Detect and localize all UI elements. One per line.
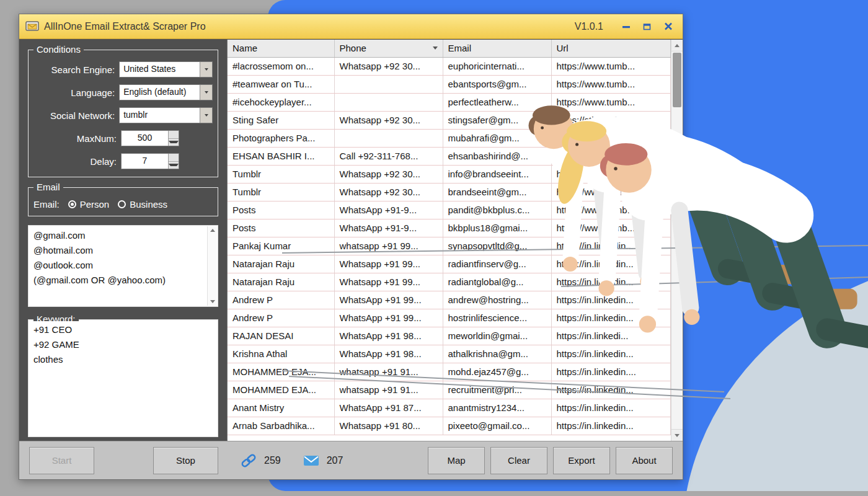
- email-type-row: Email: Person Business: [33, 199, 213, 210]
- table-cell: euphoricinternati...: [443, 57, 551, 75]
- social-network-value: tumblr: [120, 108, 200, 123]
- search-engine-select[interactable]: United States: [119, 61, 213, 78]
- table-row[interactable]: Pankaj Kumarwhatsapp +91 99...synapsopvt…: [228, 237, 671, 255]
- table-row[interactable]: Andrew PWhatsApp +91 99...hostrinlifesci…: [228, 309, 671, 327]
- scrollbar-up-button[interactable]: [671, 40, 683, 51]
- table-cell: WhatsApp +91 87...: [334, 399, 443, 417]
- social-network-select[interactable]: tumblr: [119, 107, 213, 123]
- table-cell: Posts: [228, 219, 334, 237]
- language-dropdown-button[interactable]: [200, 85, 212, 100]
- table-cell: whatsapp +91 91...: [334, 363, 443, 381]
- table-cell: Whatsapp +91 80...: [334, 417, 443, 435]
- close-button[interactable]: [660, 20, 676, 33]
- table-cell: https://www.tumb...: [551, 219, 671, 237]
- table-cell: ehsanbashirind@...: [443, 147, 551, 165]
- right-button-group: Map Clear Export About: [422, 447, 673, 474]
- email-patterns-scrollbar[interactable]: [207, 226, 217, 306]
- column-header-name[interactable]: Name: [228, 40, 334, 57]
- table-row[interactable]: EHSAN BASHIR I...Call +92-311-768...ehsa…: [228, 147, 671, 165]
- table-cell: https://www.tumb...: [551, 93, 671, 111]
- scroll-down-icon: [675, 434, 680, 437]
- table-cell: https://in.linkedin....: [551, 363, 671, 381]
- export-button[interactable]: Export: [553, 447, 610, 474]
- table-row[interactable]: Arnab Sarbadhika...Whatsapp +91 80...pix…: [228, 417, 671, 435]
- about-button[interactable]: About: [616, 447, 673, 474]
- table-cell: https://in.linkedi...: [551, 327, 671, 345]
- table-cell: #icehockeyplayer...: [228, 93, 334, 111]
- maximize-button[interactable]: [639, 20, 655, 33]
- table-row[interactable]: Anant MistryWhatsApp +91 87...anantmistr…: [228, 399, 671, 417]
- table-cell: https://in.linkedin...: [551, 291, 671, 309]
- minimize-button[interactable]: [618, 20, 634, 33]
- person-radio[interactable]: [68, 200, 76, 208]
- maxnum-down-button[interactable]: [169, 139, 179, 146]
- table-cell: WhatsApp +91 99...: [334, 291, 443, 309]
- social-network-dropdown-button[interactable]: [200, 108, 212, 123]
- maxnum-up-button[interactable]: [169, 131, 179, 139]
- social-network-row: Social Network: tumblr: [33, 107, 213, 123]
- table-cell: MOHAMMED EJA...: [228, 363, 334, 381]
- phone-filter-icon[interactable]: [433, 46, 438, 50]
- email-patterns-input[interactable]: @gmail.com @hotmail.com @outlook.com (@g…: [30, 227, 206, 305]
- table-row[interactable]: #teamwear on Tu...ebantsports@gm...https…: [228, 75, 671, 93]
- table-cell: synapsopvtltd@g...: [443, 237, 551, 255]
- table-cell: Anant Mistry: [228, 399, 334, 417]
- table-cell: whatsapp +91 91...: [334, 381, 443, 399]
- table-row[interactable]: MOHAMMED EJA...whatsapp +91 91...recruit…: [228, 381, 671, 399]
- table-row[interactable]: #icehockeyplayer...perfectleatherw...htt…: [228, 93, 671, 111]
- table-row[interactable]: Natarajan RajuWhatsapp +91 99...radiantf…: [228, 255, 671, 273]
- table-row[interactable]: Krishna AthalWhatsApp +91 98...athalkris…: [228, 345, 671, 363]
- link-count: 259: [264, 455, 281, 466]
- table-row[interactable]: MOHAMMED EJA...whatsapp +91 91...mohd.ej…: [228, 363, 671, 381]
- table-cell: https://in.linkedin...: [551, 309, 671, 327]
- table-cell: RAJAN DESAI: [228, 327, 334, 345]
- table-row[interactable]: Sting SaferWhatsapp +92 30...stingsafer@…: [228, 111, 671, 129]
- column-header-url[interactable]: Url: [551, 40, 671, 57]
- table-cell: https://in.linkedin...: [551, 237, 671, 255]
- table-row[interactable]: #lacrossemom on...Whatsapp +92 30...euph…: [228, 57, 671, 75]
- table-cell: https://www.tumb...: [551, 75, 671, 93]
- search-engine-dropdown-button[interactable]: [200, 62, 212, 77]
- language-select[interactable]: English (default): [119, 84, 213, 100]
- map-button[interactable]: Map: [428, 447, 485, 474]
- table-row[interactable]: TumblrWhatsapp +92 30...info@brandseeint…: [228, 165, 671, 183]
- table-cell: https://www.tumb...: [551, 165, 671, 183]
- table-cell: Andrew P: [228, 291, 334, 309]
- scroll-up-icon: [210, 229, 215, 232]
- maxnum-stepper[interactable]: 500: [121, 130, 179, 146]
- search-engine-value: United States: [120, 62, 200, 77]
- start-button[interactable]: Start: [29, 447, 94, 474]
- table-cell: WhatsApp +91 98...: [334, 327, 443, 345]
- business-radio[interactable]: [118, 200, 126, 208]
- clear-button[interactable]: Clear: [490, 447, 547, 474]
- table-scrollbar[interactable]: [671, 40, 683, 441]
- table-row[interactable]: Natarajan RajuWhatsapp +91 99...radiantg…: [228, 273, 671, 291]
- table-row[interactable]: TumblrWhatsapp +92 30...brandseeint@gm..…: [228, 183, 671, 201]
- email-group-label: Email: [33, 182, 63, 192]
- language-label: Language:: [33, 87, 115, 98]
- scrollbar-down-button[interactable]: [671, 429, 683, 441]
- delay-down-button[interactable]: [169, 162, 179, 169]
- table-row[interactable]: RAJAN DESAIWhatsApp +91 98...meworldin@g…: [228, 327, 671, 345]
- keyword-input[interactable]: +91 CEO +92 GAME clothes: [30, 321, 216, 435]
- search-engine-row: Search Engine: United States: [33, 61, 213, 78]
- column-header-phone[interactable]: Phone: [334, 40, 443, 57]
- app-window: AllInOne Email Extract& Scraper Pro V1.0…: [19, 14, 683, 480]
- table-cell: mohd.ejaz457@g...: [443, 363, 551, 381]
- table-cell: Photographers Pa...: [228, 129, 334, 147]
- column-header-email[interactable]: Email: [443, 40, 551, 57]
- stop-button[interactable]: Stop: [153, 447, 218, 474]
- delay-up-button[interactable]: [169, 154, 179, 162]
- table-cell: https://in.linkedin...: [551, 345, 671, 363]
- table-row[interactable]: Photographers Pa...mubahrafi@gm...https:…: [228, 129, 671, 147]
- table-cell: https://www.tumb...: [551, 183, 671, 201]
- results-table-wrap: Name Phone Email Url #lacrossemom on...W…: [227, 40, 683, 441]
- delay-stepper[interactable]: 7: [121, 153, 179, 169]
- table-row[interactable]: PostsWhatsApp +91-9...bkbplus18@gmai...h…: [228, 219, 671, 237]
- chevron-down-icon: [205, 91, 208, 94]
- scrollbar-thumb[interactable]: [673, 53, 681, 107]
- delay-row: Delay: 7: [33, 153, 213, 169]
- table-cell: #teamwear on Tu...: [228, 75, 334, 93]
- table-row[interactable]: Andrew PWhatsApp +91 99...andrew@hostrin…: [228, 291, 671, 309]
- table-row[interactable]: PostsWhatsApp +91-9...pandit@bkbplus.c..…: [228, 201, 671, 219]
